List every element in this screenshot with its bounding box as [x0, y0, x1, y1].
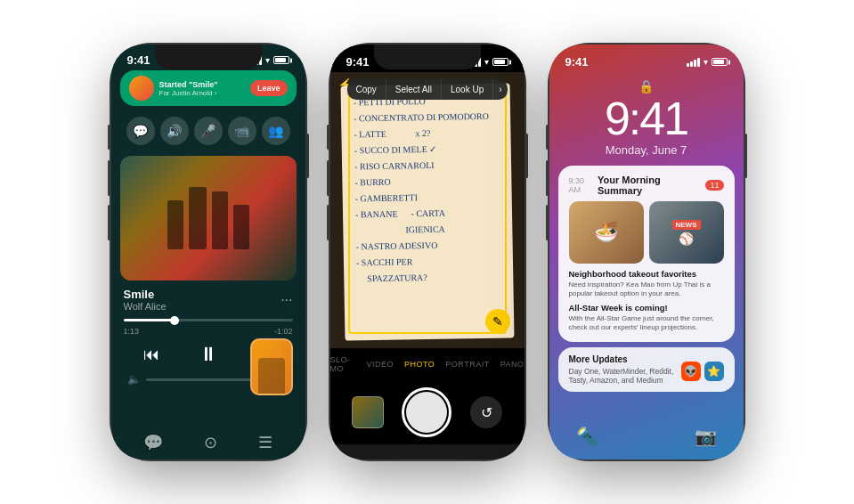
phone-1: 9:41 ▾ Started "Smile" [111, 45, 305, 459]
article1-title: Neighborhood takeout favorites [569, 269, 724, 279]
queue-icon[interactable]: ☰ [258, 433, 272, 452]
facetime-text: Started "Smile" For Justin Arnold › [159, 80, 218, 97]
news-articles: Neighborhood takeout favorites Need insp… [569, 269, 724, 333]
leave-button[interactable]: Leave [250, 80, 288, 96]
phone3-status-bar: 9:41 ▾ [549, 45, 744, 72]
live-text-context-menu: Copy Select All Look Up › [346, 79, 507, 100]
mic-btn[interactable]: 🎤 [194, 117, 223, 145]
shutter-button[interactable] [402, 387, 451, 437]
lockscreen-bottom-bar: 🔦 📷 [549, 426, 744, 447]
more-updates-title: More Updates [569, 354, 681, 364]
wifi-icon: ▾ [484, 57, 489, 67]
mode-photo[interactable]: PHOTO [404, 360, 435, 369]
facetime-title: Started "Smile" [159, 80, 218, 89]
progress-bar[interactable] [111, 315, 305, 325]
phone1-time: 9:41 [127, 53, 150, 67]
phone1-bottom-bar: 💬 ⊙ ☰ [111, 426, 305, 459]
wifi-icon: ▾ [265, 55, 270, 65]
facetime-sub: For Justin Arnold › [159, 89, 218, 97]
camera-viewfinder: ⚡ ∧ Copy Select All Look Up › - PETTI DI… [330, 72, 525, 348]
facetime-info: Started "Smile" For Justin Arnold › [129, 76, 218, 101]
rewind-button[interactable]: ⏮ [143, 345, 159, 364]
mode-slomo[interactable]: SLO-MO [330, 355, 356, 373]
facetime-avatar [129, 76, 154, 101]
phone-2: 9:41 ▾ ⚡ ∧ [330, 45, 525, 459]
facetime-banner[interactable]: Started "Smile" For Justin Arnold › Leav… [120, 70, 297, 106]
camera-icon[interactable]: 📷 [695, 426, 717, 447]
phone3-status-icons: ▾ [687, 57, 728, 67]
pause-button[interactable]: ⏸ [199, 343, 218, 366]
shareplay-btn[interactable]: 👥 [262, 117, 290, 145]
time-row: 1:13 -1:02 [111, 325, 305, 337]
mode-video[interactable]: VIDEO [366, 360, 394, 369]
notif-cards-row: 🍜 NEWS ⚾ [569, 201, 724, 264]
volume-low-icon: 🔈 [127, 373, 141, 386]
scene: 9:41 ▾ Started "Smile" [0, 0, 854, 504]
battery-icon [492, 58, 508, 66]
mode-portrait[interactable]: PORTRAIT [445, 360, 489, 369]
sport-news-card[interactable]: NEWS ⚾ [649, 201, 724, 264]
article2-title: All-Star Week is coming! [569, 303, 724, 313]
live-text-selection [348, 92, 507, 334]
reddit-logo: 👽 [681, 362, 701, 381]
messages-icon[interactable]: 💬 [143, 433, 163, 452]
star-logo: ⭐ [704, 362, 724, 381]
phone2-screen: 9:41 ▾ ⚡ ∧ [330, 45, 525, 459]
airplay-icon[interactable]: ⊙ [204, 433, 217, 452]
flashlight-icon[interactable]: 🔦 [576, 426, 598, 447]
flip-camera-button[interactable]: ↺ [470, 396, 502, 428]
phone2-time: 9:41 [346, 55, 370, 69]
song-artist: Wolf Alice [124, 301, 167, 312]
wifi-icon: ▾ [704, 57, 708, 67]
time-elapsed: 1:13 [124, 327, 140, 336]
phone1-controls-row: 💬 🔊 🎤 📹 👥 [111, 111, 305, 150]
more-app-logos: 👽 ⭐ [681, 362, 724, 381]
album-art [120, 156, 297, 280]
facetime-small-video[interactable] [250, 338, 293, 395]
time-total: -1:02 [274, 327, 293, 336]
lock-screen-date: Monday, June 7 [549, 143, 744, 157]
message-btn[interactable]: 💬 [126, 117, 155, 145]
phone3-time: 9:41 [565, 55, 589, 69]
article2-desc: With the All-Star Game just around the c… [569, 314, 724, 333]
lock-icon: 🔒 [549, 72, 744, 93]
look-up-menu-item[interactable]: Look Up [442, 79, 493, 100]
phone1-screen: 9:41 ▾ Started "Smile" [111, 45, 305, 459]
article1-desc: Need inspiration? Kea Mao from Up Thai i… [569, 280, 724, 299]
battery-icon [273, 56, 289, 64]
phone3-screen: 9:41 ▾ 🔒 9:41 Monday, June 7 [549, 45, 744, 459]
song-info: Smile Wolf Alice ··· [111, 280, 305, 315]
phone2-notch [374, 45, 481, 69]
video-btn[interactable]: 📹 [228, 117, 256, 145]
photo-thumbnail[interactable] [352, 396, 384, 428]
live-text-badge[interactable]: ✎ [485, 309, 510, 334]
notif-time: 9:30 AM [569, 176, 598, 194]
song-title: Smile [124, 288, 167, 301]
morning-summary-card[interactable]: 9:30 AM Your Morning Summary 11 🍜 NEWS [558, 166, 735, 342]
notif-title: Your Morning Summary [598, 175, 706, 196]
more-updates-card[interactable]: More Updates Day One, WaterMinder, Reddi… [558, 347, 735, 392]
phone-3: 9:41 ▾ 🔒 9:41 Monday, June 7 [549, 45, 744, 459]
more-updates-desc: Day One, WaterMinder, Reddit, Tasty, Ama… [569, 367, 681, 385]
notif-badge: 11 [705, 180, 723, 191]
food-news-card[interactable]: 🍜 [569, 201, 644, 264]
signal-icon [687, 58, 700, 67]
lock-screen-time: 9:41 [549, 95, 744, 142]
shutter-inner [406, 392, 447, 433]
speaker-btn[interactable]: 🔊 [160, 117, 189, 145]
select-all-menu-item[interactable]: Select All [386, 79, 442, 100]
more-options-icon[interactable]: ··· [281, 292, 292, 308]
band-silhouette [167, 187, 249, 249]
copy-menu-item[interactable]: Copy [346, 79, 386, 100]
mode-pano[interactable]: PANO [500, 360, 525, 369]
camera-controls: ↺ [330, 380, 525, 444]
small-person [258, 358, 285, 394]
battery-icon [712, 58, 728, 66]
notif-header: 9:30 AM Your Morning Summary 11 [569, 175, 724, 196]
phone1-notch [155, 45, 262, 69]
camera-mode-bar: SLO-MO VIDEO PHOTO PORTRAIT PANO [330, 348, 525, 380]
